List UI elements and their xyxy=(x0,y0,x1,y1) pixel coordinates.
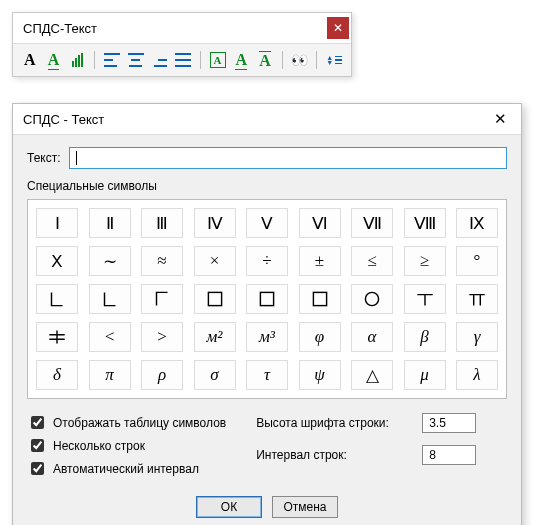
line-interval-label: Интервал строк: xyxy=(256,448,406,462)
symbol-button[interactable]: Ⅳ xyxy=(194,208,236,238)
underline-button[interactable]: A xyxy=(45,50,63,70)
symbol-button[interactable]: ≈ xyxy=(141,246,183,276)
symbol-button[interactable]: γ xyxy=(456,322,498,352)
symbol-button[interactable]: ° xyxy=(456,246,498,276)
symbol-button[interactable]: σ xyxy=(194,360,236,390)
separator xyxy=(94,51,95,69)
symbol-button[interactable] xyxy=(36,322,78,352)
symbol-button[interactable]: м³ xyxy=(246,322,288,352)
ok-button[interactable]: ОК xyxy=(196,496,262,518)
symbol-button[interactable]: φ xyxy=(299,322,341,352)
align-justify-icon xyxy=(175,53,191,67)
symbol-button[interactable] xyxy=(351,284,393,314)
symbol-button[interactable]: м² xyxy=(194,322,236,352)
symbols-grid: Ⅰ Ⅱ Ⅲ Ⅳ Ⅴ Ⅵ Ⅶ Ⅷ Ⅸ Ⅹ ∼ ≈ × ÷ ± ≤ xyxy=(27,199,507,399)
align-right-icon xyxy=(151,53,167,67)
symbol-button[interactable]: π xyxy=(89,360,131,390)
close-icon: ✕ xyxy=(333,21,343,35)
symbol-button[interactable]: ≤ xyxy=(351,246,393,276)
font-height-input[interactable] xyxy=(422,413,476,433)
font-button[interactable]: A xyxy=(21,50,39,70)
symbol-button[interactable] xyxy=(194,284,236,314)
symbol-button[interactable]: β xyxy=(404,322,446,352)
check-multi-line-label: Несколько строк xyxy=(53,439,145,453)
symbol-button[interactable]: Ⅵ xyxy=(299,208,341,238)
angle-bl2-icon xyxy=(99,288,121,310)
symbol-button[interactable]: ≥ xyxy=(404,246,446,276)
binoculars-icon: 👀 xyxy=(291,52,308,68)
align-left-button[interactable] xyxy=(103,50,121,70)
align-left-icon xyxy=(104,53,120,67)
underline-a-icon: A xyxy=(48,51,60,70)
align-right-button[interactable] xyxy=(150,50,168,70)
symbol-button[interactable]: ρ xyxy=(141,360,183,390)
letter-a-icon: A xyxy=(24,51,36,69)
overline-button[interactable]: A xyxy=(256,50,274,70)
symbol-button[interactable]: ∼ xyxy=(89,246,131,276)
symbol-button[interactable]: δ xyxy=(36,360,78,390)
symbol-button[interactable] xyxy=(36,284,78,314)
align-center-button[interactable] xyxy=(127,50,145,70)
check-auto-spacing[interactable]: Автоматический интервал xyxy=(27,459,226,478)
symbol-button[interactable] xyxy=(456,284,498,314)
symbol-button[interactable]: × xyxy=(194,246,236,276)
symbol-row xyxy=(36,284,498,314)
symbol-button[interactable]: Ⅷ xyxy=(404,208,446,238)
box-text-button[interactable]: A xyxy=(209,50,227,70)
underline-green-button[interactable]: A xyxy=(232,50,250,70)
size-gradient-button[interactable] xyxy=(68,50,86,70)
dialog-close-button[interactable]: ✕ xyxy=(490,110,511,128)
symbol-button[interactable]: > xyxy=(141,322,183,352)
svg-rect-0 xyxy=(208,292,221,305)
symbol-button[interactable]: Ⅸ xyxy=(456,208,498,238)
symbol-button[interactable]: λ xyxy=(456,360,498,390)
dialog-titlebar: СПДС - Текст ✕ xyxy=(13,104,521,135)
check-auto-spacing-box[interactable] xyxy=(31,462,44,475)
check-show-table[interactable]: Отображать таблицу символов xyxy=(27,413,226,432)
dialog-body: Текст: Специальные символы Ⅰ Ⅱ Ⅲ Ⅳ Ⅴ Ⅵ Ⅶ… xyxy=(13,135,521,525)
line-interval-input[interactable] xyxy=(422,445,476,465)
symbol-button[interactable]: μ xyxy=(404,360,446,390)
symbol-button[interactable]: ÷ xyxy=(246,246,288,276)
align-center-icon xyxy=(128,53,144,67)
symbol-button[interactable]: ψ xyxy=(299,360,341,390)
caret-icon xyxy=(76,151,77,165)
svg-point-3 xyxy=(365,292,378,305)
symbol-button[interactable] xyxy=(141,284,183,314)
check-auto-spacing-label: Автоматический интервал xyxy=(53,462,199,476)
symbol-button[interactable]: △ xyxy=(351,360,393,390)
symbol-button[interactable]: Ⅶ xyxy=(351,208,393,238)
check-show-table-box[interactable] xyxy=(31,416,44,429)
line-spacing-icon: ▲▼ xyxy=(326,52,342,68)
gradient-icon xyxy=(72,53,83,67)
symbol-button[interactable]: Ⅴ xyxy=(246,208,288,238)
square3-icon xyxy=(309,288,331,310)
symbol-button[interactable] xyxy=(299,284,341,314)
symbols-group-label: Специальные символы xyxy=(27,179,507,193)
cancel-button-label: Отмена xyxy=(283,500,326,514)
symbol-button[interactable]: Ⅱ xyxy=(89,208,131,238)
angle-bl-icon xyxy=(46,288,68,310)
symbol-button[interactable] xyxy=(89,284,131,314)
find-button[interactable]: 👀 xyxy=(291,50,309,70)
symbol-button[interactable]: Ⅹ xyxy=(36,246,78,276)
check-multi-line-box[interactable] xyxy=(31,439,44,452)
line-spacing-button[interactable]: ▲▼ xyxy=(325,50,343,70)
cancel-button[interactable]: Отмена xyxy=(272,496,338,518)
square2-icon xyxy=(256,288,278,310)
symbol-button[interactable]: Ⅰ xyxy=(36,208,78,238)
text-input[interactable] xyxy=(69,147,507,169)
check-multi-line[interactable]: Несколько строк xyxy=(27,436,226,455)
dialog-title: СПДС - Текст xyxy=(23,112,104,127)
toolbar-panel: СПДС-Текст ✕ A A A A A 👀 ▲▼ xyxy=(12,12,352,77)
symbol-button[interactable]: ± xyxy=(299,246,341,276)
symbol-button[interactable]: < xyxy=(89,322,131,352)
symbol-button[interactable]: α xyxy=(351,322,393,352)
toolbar-close-button[interactable]: ✕ xyxy=(327,17,349,39)
symbol-button[interactable]: Ⅲ xyxy=(141,208,183,238)
angle-tl-icon xyxy=(151,288,173,310)
align-justify-button[interactable] xyxy=(174,50,192,70)
symbol-button[interactable]: τ xyxy=(246,360,288,390)
symbol-button[interactable] xyxy=(404,284,446,314)
symbol-button[interactable] xyxy=(246,284,288,314)
